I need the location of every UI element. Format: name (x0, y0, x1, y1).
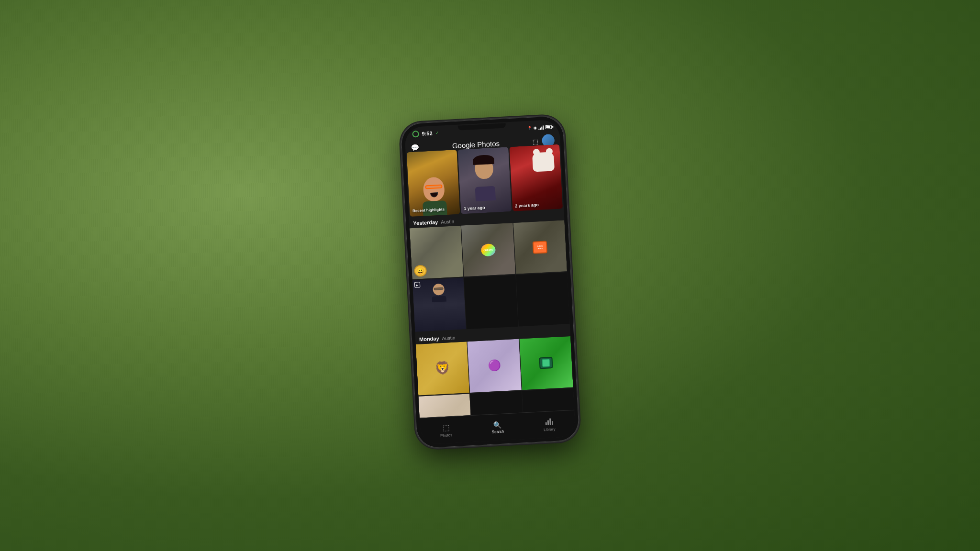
location-icon: 📍 (527, 126, 532, 131)
status-dot-icon (412, 131, 419, 138)
card3-ear-left (533, 149, 540, 156)
nav-photos[interactable]: ⬚ Photos (420, 422, 472, 439)
card2-background (458, 147, 512, 214)
status-right: 📍 ◉ (527, 124, 552, 131)
library-icon (545, 418, 553, 427)
phone-wrapper: 9:52 ✓ 📍 ◉ (400, 115, 579, 449)
selfie-person (431, 284, 446, 301)
video-badge-icon (414, 282, 421, 288)
highlights-row: Recent highlights (406, 144, 564, 217)
photo-just-did-it[interactable]: JUSTDID IT (418, 394, 472, 418)
yesterday-photos-row2 (412, 272, 570, 332)
selfie-head (433, 284, 445, 296)
photo-rock-sticker-2[interactable]: create (461, 223, 515, 277)
monday-label: Monday (419, 335, 439, 342)
selfie-glasses (434, 287, 443, 290)
card2-torso (475, 186, 496, 201)
nav-library[interactable]: Library (523, 417, 575, 433)
yesterday-photos-row1: 😀 create LOVEWIN (410, 220, 567, 280)
two-years-ago-card[interactable]: 2 years ago (509, 144, 563, 211)
photo-cartoon-characters[interactable]: 🟣 (468, 339, 522, 393)
text-card-bg (418, 394, 472, 418)
card3-animal-body (532, 152, 555, 172)
wifi-icon (538, 125, 544, 130)
scroll-content: Recent highlights (406, 144, 575, 418)
signal-bar-4 (543, 125, 544, 130)
card1-glasses (425, 185, 442, 189)
svg-rect-0 (545, 422, 546, 425)
cast-icon[interactable]: ⬚ (532, 137, 538, 145)
photo-empty-2 (516, 272, 570, 326)
recent-highlights-card[interactable]: Recent highlights (407, 150, 460, 217)
battery-fill (546, 126, 550, 128)
signal-bar-3 (541, 126, 542, 130)
search-nav-label: Search (492, 430, 504, 434)
card1-background (407, 150, 460, 217)
signal-bar-2 (540, 128, 541, 130)
yesterday-location: Austin (441, 219, 454, 224)
scene: 9:52 ✓ 📍 ◉ (0, 0, 980, 551)
card3-ear-right (546, 148, 553, 155)
green-box-sticker (539, 357, 553, 369)
sticker-love-winds: LOVEWINS (533, 241, 547, 254)
photos-icon: ⬚ (442, 423, 450, 432)
card1-mouth (430, 192, 438, 198)
photo-cartoon-lion[interactable]: 🦁 (416, 342, 470, 396)
cartoon-sponge-emoji: 🟣 (488, 359, 501, 372)
cartoon-lion-emoji: 🦁 (434, 361, 451, 376)
battery-icon (545, 125, 552, 129)
photo-green-sticker[interactable] (519, 336, 573, 390)
header-left: 💬 (411, 143, 420, 152)
content-area: Recent highlights (406, 144, 575, 418)
phone-screen: 9:52 ✓ 📍 ◉ (404, 120, 576, 445)
photo-empty-1 (464, 275, 518, 329)
photo-selfie[interactable] (412, 278, 467, 332)
photo-rock-sticker-1[interactable]: 😀 (410, 226, 464, 280)
phone-device: 9:52 ✓ 📍 ◉ (400, 115, 579, 449)
photo-rock-sticker-3[interactable]: LOVEWINS (513, 220, 567, 274)
card2-face (474, 157, 493, 179)
photos-nav-label: Photos (440, 433, 452, 438)
card3-background (509, 144, 563, 211)
status-time: 9:52 (422, 130, 433, 136)
signal-bar-1 (538, 129, 539, 130)
search-icon: 🔍 (493, 421, 502, 429)
svg-rect-2 (549, 418, 551, 425)
card3-animal (532, 152, 557, 175)
svg-rect-3 (552, 421, 553, 425)
status-check-icon: ✓ (435, 131, 439, 135)
nav-search[interactable]: 🔍 Search (471, 419, 523, 435)
message-icon[interactable]: 💬 (411, 143, 420, 152)
cube-icon (542, 359, 550, 367)
svg-rect-1 (547, 420, 549, 425)
sticker-text-love: LOVEWINS (537, 244, 543, 250)
card2-hair (473, 154, 494, 165)
signal-icon: ◉ (534, 126, 537, 130)
yesterday-label: Yesterday (413, 219, 438, 226)
monday-location: Austin (442, 335, 455, 341)
one-year-ago-card[interactable]: 1 year ago (458, 147, 512, 214)
library-nav-label: Library (544, 427, 556, 431)
selfie-torso (432, 296, 446, 303)
status-left: 9:52 ✓ (412, 130, 439, 138)
sticker-text-create: create (483, 248, 493, 252)
monday-photos-row1: 🦁 🟣 (416, 336, 573, 397)
